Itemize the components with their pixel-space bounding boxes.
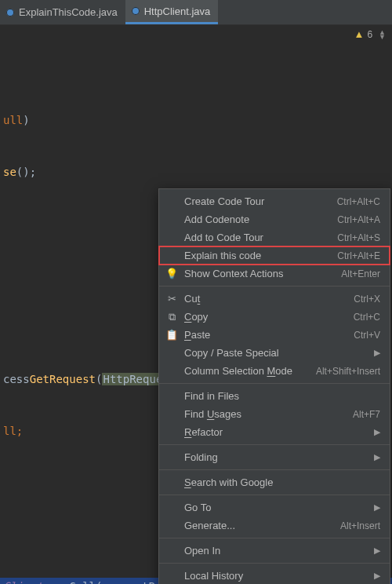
menu-item-label: Add to Code Tour	[184, 232, 331, 243]
editor-tabs: ExplainThisCode.java HttpClient.java	[0, 0, 392, 25]
menu-separator	[159, 469, 390, 470]
menu-item-go-to[interactable]: Go To▶	[159, 498, 390, 516]
menu-item-shortcut: Alt+F7	[353, 409, 380, 420]
menu-separator	[159, 563, 390, 564]
menu-item-label: Copy / Paste Special	[184, 347, 368, 359]
menu-item-shortcut: Ctrl+Alt+C	[337, 196, 380, 207]
menu-item-shortcut: Alt+Shift+Insert	[316, 366, 380, 377]
menu-item-label: Cut	[184, 293, 347, 305]
menu-item-label: Local History	[184, 570, 368, 582]
menu-item-shortcut: Ctrl+V	[354, 330, 380, 341]
menu-separator	[159, 538, 390, 538]
menu-separator	[159, 383, 390, 384]
menu-item-paste[interactable]: 📋PasteCtrl+V	[159, 326, 390, 344]
tab-httpclient[interactable]: HttpClient.java	[125, 0, 219, 24]
menu-item-add-codenote[interactable]: Add CodenoteCtrl+Alt+A	[159, 210, 390, 228]
menu-item-label: Open In	[184, 545, 368, 557]
menu-item-label: Generate...	[184, 520, 334, 531]
menu-item-shortcut: Ctrl+Alt+A	[337, 214, 380, 225]
menu-item-shortcut: Alt+Insert	[340, 520, 380, 531]
menu-item-label: Find in Files	[184, 390, 380, 402]
menu-item-find-in-files[interactable]: Find in Files	[159, 387, 390, 405]
paste-icon: 📋	[165, 329, 178, 341]
menu-separator	[159, 286, 390, 287]
cut-icon: ✂	[165, 293, 178, 305]
menu-item-show-context-actions[interactable]: 💡Show Context ActionsAlt+Enter	[159, 265, 390, 283]
menu-item-open-in[interactable]: Open In▶	[159, 542, 390, 560]
menu-item-label: Show Context Actions	[184, 268, 335, 279]
tab-label: HttpClient.java	[144, 5, 211, 17]
menu-item-folding[interactable]: Folding▶	[159, 448, 390, 466]
file-icon	[6, 9, 14, 16]
menu-item-label: Search with Google	[184, 476, 380, 488]
menu-item-label: Column Selection Mode	[184, 365, 310, 377]
tab-label: ExplainThisCode.java	[19, 6, 118, 18]
menu-item-label: Explain this code	[184, 250, 331, 261]
menu-item-local-history[interactable]: Local History▶	[159, 567, 390, 584]
menu-item-shortcut: Ctrl+Alt+E	[337, 250, 380, 261]
menu-item-shortcut: Alt+Enter	[341, 268, 380, 279]
menu-item-explain-this-code[interactable]: Explain this codeCtrl+Alt+E	[159, 246, 390, 265]
menu-item-create-code-tour[interactable]: Create Code TourCtrl+Alt+C	[159, 192, 390, 210]
menu-item-label: Paste	[184, 329, 347, 341]
copy-icon: ⧉	[165, 311, 178, 323]
menu-item-copy[interactable]: ⧉CopyCtrl+C	[159, 308, 390, 326]
menu-item-label: Add Codenote	[184, 214, 331, 225]
menu-item-shortcut: Ctrl+X	[354, 294, 380, 305]
menu-item-label: Go To	[184, 502, 368, 513]
chevron-right-icon: ▶	[374, 571, 380, 581]
menu-item-label: Folding	[184, 451, 368, 463]
menu-item-copy-paste-special[interactable]: Copy / Paste Special▶	[159, 344, 390, 362]
menu-item-search-with-google[interactable]: Search with Google	[159, 473, 390, 491]
menu-item-label: Find Usages	[184, 408, 347, 420]
menu-item-shortcut: Ctrl+C	[354, 312, 380, 323]
menu-item-refactor[interactable]: Refactor▶	[159, 423, 390, 441]
chevron-right-icon: ▶	[374, 348, 380, 358]
menu-item-generate[interactable]: Generate...Alt+Insert	[159, 516, 390, 535]
menu-item-add-to-code-tour[interactable]: Add to Code TourCtrl+Alt+S	[159, 228, 390, 246]
menu-item-find-usages[interactable]: Find UsagesAlt+F7	[159, 405, 390, 423]
chevron-right-icon: ▶	[374, 452, 380, 462]
menu-item-label: Create Code Tour	[184, 195, 331, 207]
context-menu: Create Code TourCtrl+Alt+CAdd CodenoteCt…	[158, 188, 390, 584]
menu-item-column-selection-mode[interactable]: Column Selection ModeAlt+Shift+Insert	[159, 362, 390, 380]
menu-item-shortcut: Ctrl+Alt+S	[337, 232, 380, 243]
chevron-right-icon: ▶	[374, 427, 380, 437]
bulb-icon: 💡	[165, 268, 178, 279]
menu-separator	[159, 495, 390, 495]
chevron-right-icon: ▶	[374, 502, 380, 513]
file-icon	[132, 7, 140, 15]
menu-item-label: Copy	[184, 311, 347, 323]
chevron-right-icon: ▶	[374, 546, 380, 556]
menu-item-label: Refactor	[184, 426, 368, 438]
menu-separator	[159, 444, 390, 445]
menu-item-cut[interactable]: ✂CutCtrl+X	[159, 290, 390, 308]
tab-explainthiscode[interactable]: ExplainThisCode.java	[0, 0, 125, 24]
